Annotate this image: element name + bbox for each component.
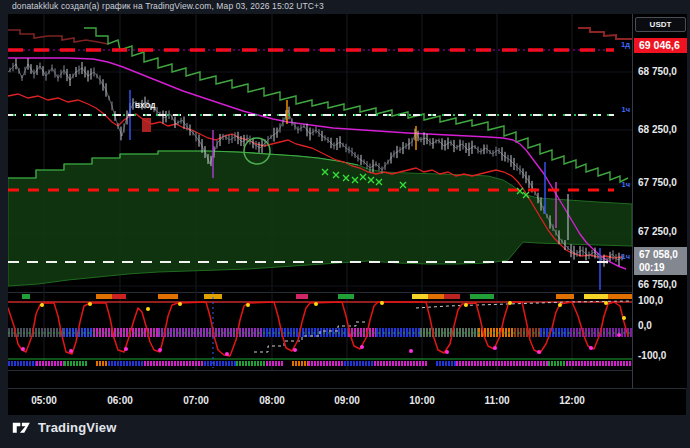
countdown-price: 67 058,0 xyxy=(639,248,687,261)
price-tick: 68 750,0 xyxy=(633,66,687,78)
oscillator-pane[interactable] xyxy=(8,292,632,370)
price-tick: 66 750,0 xyxy=(633,279,687,291)
time-tick: 05:00 xyxy=(31,395,57,406)
osc-tick: 100,0 xyxy=(633,295,687,307)
tradingview-logo-icon xyxy=(12,420,31,435)
price-tick: 67 250,0 xyxy=(633,226,687,238)
time-tick: 11:00 xyxy=(484,395,509,406)
chart-area[interactable]: 1д 1ч 1ч 1ч ВХОД USDT 69 046,6 68 750,0 xyxy=(8,14,686,414)
brand-name: TradingView xyxy=(38,420,117,435)
entry-annotation-label: ВХОД xyxy=(135,102,156,109)
time-tick: 08:00 xyxy=(259,395,285,406)
osc-tick: -100,0 xyxy=(633,350,687,362)
osc-tick: 0,0 xyxy=(633,320,687,332)
oscillator-color-strips xyxy=(8,294,632,366)
level-label-daily: 1д xyxy=(621,40,630,49)
snapshot-attribution: donatakkluk создал(а) график на TradingV… xyxy=(12,1,324,11)
oscillator-canvas xyxy=(8,292,632,370)
price-tick: 68 250,0 xyxy=(633,124,687,136)
price-scale[interactable]: USDT 69 046,6 68 750,0 68 250,0 67 750,0… xyxy=(632,14,687,388)
level-label-hourly-3: 1ч xyxy=(621,252,630,261)
level-label-hourly-1: 1ч xyxy=(621,105,630,114)
tradingview-brand-link[interactable]: TradingView xyxy=(12,420,117,435)
main-price-pane[interactable]: 1д 1ч 1ч 1ч ВХОД xyxy=(8,14,632,292)
pane-divider-2[interactable] xyxy=(8,370,686,371)
time-tick: 06:00 xyxy=(107,395,133,406)
countdown-timer: 00:19 xyxy=(639,261,687,274)
time-tick: 10:00 xyxy=(409,395,435,406)
last-price-badge: 69 046,6 xyxy=(634,38,687,53)
tradingview-snapshot: donatakkluk создал(а) график на TradingV… xyxy=(0,0,690,448)
time-tick: 07:00 xyxy=(183,395,209,406)
countdown-price-badge: 67 058,0 00:19 xyxy=(634,247,687,275)
time-scale[interactable]: 05:00 06:00 07:00 08:00 09:00 10:00 11:0… xyxy=(8,388,686,415)
time-tick: 12:00 xyxy=(559,395,585,406)
time-tick: 09:00 xyxy=(334,395,360,406)
currency-unit-button[interactable]: USDT xyxy=(635,17,686,32)
price-pane-canvas: 1д 1ч 1ч 1ч xyxy=(8,14,632,292)
ichimoku-cloud xyxy=(8,151,632,286)
level-label-hourly-2: 1ч xyxy=(621,180,630,189)
price-tick: 67 750,0 xyxy=(633,177,687,189)
